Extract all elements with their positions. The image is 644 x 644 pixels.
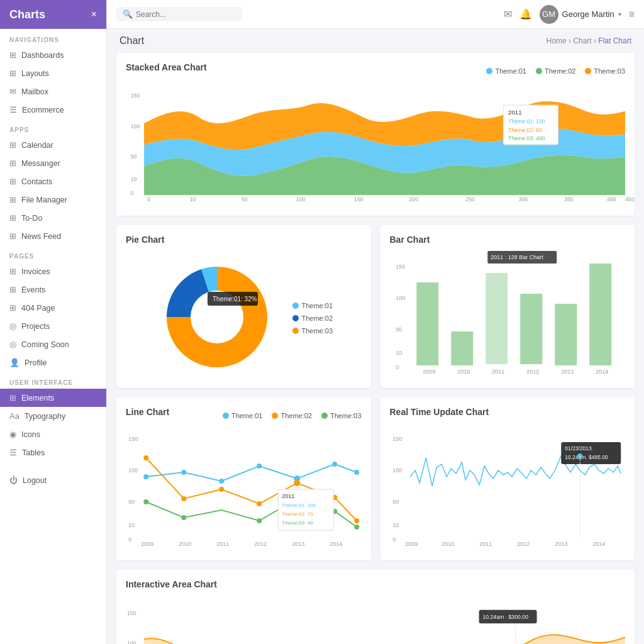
topbar-right: ✉ 🔔 GM George Martin ▾ ≡ [504, 5, 635, 24]
mailbox-icon: ✉ [9, 87, 16, 96]
tooltip-year: 2011 [508, 109, 522, 116]
sidebar-item-contacts[interactable]: ⊞Contacts [0, 172, 106, 191]
line-x-2012: 2012 [254, 541, 267, 547]
bell-icon[interactable]: 🔔 [519, 8, 532, 20]
hamburger-icon[interactable]: ≡ [629, 9, 635, 20]
ecommerce-icon: ☰ [9, 105, 17, 114]
line-point-02-3 [219, 487, 224, 492]
ia-tooltip: 10.24am · $300.00 [479, 610, 537, 623]
sidebar-item-tables[interactable]: ☰Tables [0, 443, 106, 462]
sidebar-item-icons[interactable]: ◉Icons [0, 425, 106, 443]
pie-dot-theme01 [292, 303, 299, 309]
realtime-chart-title: Real Time Update Chart [390, 407, 489, 417]
breadcrumb-home[interactable]: Home [547, 36, 567, 45]
sidebar-item-ecommerce[interactable]: ☰Ecommerce [0, 101, 106, 119]
line-tooltip-t01: Theme:01: 100 [282, 502, 316, 508]
search-icon: 🔍 [123, 9, 133, 19]
mail-icon[interactable]: ✉ [504, 8, 512, 20]
sidebar-item-calendar[interactable]: ⊞Calendar [0, 136, 106, 154]
sidebar-item-typography[interactable]: AaTypography [0, 407, 106, 425]
line-point-02-1 [143, 455, 148, 460]
user-menu[interactable]: GM George Martin ▾ [540, 5, 621, 24]
line-point-01-4 [257, 464, 262, 469]
pie-tooltip-text: Theme:01: 32% [213, 296, 257, 303]
x-label-300: 300 [519, 196, 528, 203]
apps-section-label: APPS [0, 119, 106, 136]
pie-tooltip: Theme:01: 32% [208, 292, 258, 306]
sidebar-item-filemanager[interactable]: ⊞File Manager [0, 191, 106, 209]
line-point-01-7 [354, 470, 359, 475]
line-point-02-4 [257, 501, 262, 506]
line-point-01-1 [143, 474, 148, 479]
line-y-100: 100 [128, 467, 138, 474]
legend-dot-theme02 [536, 68, 542, 74]
sidebar-item-dashboards[interactable]: ⊞Dashboards [0, 46, 106, 64]
logout-button[interactable]: ⏻ Logout [9, 471, 97, 489]
pie-svg: Theme:01: 32% [154, 257, 280, 377]
line-tooltip-t03: Theme:03: 46 [282, 520, 313, 526]
stacked-area-chart-card: Stacked Area Chart Theme:01 Theme:02 The… [116, 53, 635, 216]
pie-legend-theme02: Theme:02 [292, 314, 333, 322]
bar-2014 [589, 264, 611, 365]
bar-chart-header: Bar Chart [390, 235, 626, 252]
sidebar: Charts × NAVIGATIONS ⊞Dashboards ⊞Layout… [0, 0, 107, 644]
x-label-400: 400 [607, 196, 616, 203]
sidebar-item-projects[interactable]: ◎Projects [0, 317, 106, 335]
invoices-icon: ⊞ [9, 267, 16, 276]
line-point-03-2 [181, 515, 186, 520]
sidebar-item-404[interactable]: ⊞404 Page [0, 299, 106, 317]
sidebar-item-messanger[interactable]: ⊞Messanger [0, 154, 106, 172]
line-point-02-2 [181, 496, 186, 501]
pie-chart-title: Pie Chart [126, 235, 164, 245]
projects-icon: ◎ [9, 321, 16, 331]
realtime-tooltip: 01/23/2013 10.24am. $485.00 [561, 442, 621, 464]
line-legend: Theme:01 Theme:02 Theme:03 [223, 412, 362, 419]
stacked-area-legend: Theme:01 Theme:02 Theme:03 [486, 67, 625, 75]
calendar-icon: ⊞ [9, 140, 16, 150]
sidebar-item-layouts[interactable]: ⊞Layouts [0, 64, 106, 82]
sidebar-item-todo[interactable]: ⊞To-Do [0, 209, 106, 227]
x-label-250: 250 [465, 196, 475, 203]
line-y-50: 50 [128, 499, 135, 505]
typography-icon: Aa [9, 411, 19, 421]
y-label-150: 150 [131, 92, 140, 99]
avatar: GM [540, 5, 558, 24]
pie-chart-card: Pie Chart [116, 225, 371, 388]
line-y-10: 10 [128, 522, 135, 528]
sidebar-item-comingsoon[interactable]: ◎Coming Soon [0, 335, 106, 353]
search-input[interactable] [136, 10, 236, 19]
line-legend-theme03: Theme:03 [321, 412, 362, 419]
line-chart-title: Line Chart [126, 407, 169, 417]
nav-section-label: NAVIGATIONS [0, 29, 106, 46]
line-x-2009: 2009 [141, 541, 153, 547]
sidebar-item-newsfeed[interactable]: ⊞News Feed [0, 227, 106, 245]
sidebar-item-profile[interactable]: 👤Profile [0, 353, 106, 372]
sidebar-item-mailbox[interactable]: ✉Mailbox [0, 82, 106, 101]
sidebar-item-invoices[interactable]: ⊞Invoices [0, 262, 106, 280]
interactive-area-chart-title: Interactive Area Chart [126, 579, 217, 589]
sidebar-item-events[interactable]: ⊞Events [0, 280, 106, 299]
x-label-10: 10 [190, 196, 196, 203]
realtime-chart-card: Real Time Update Chart 150 100 50 10 0 2… [380, 397, 635, 560]
stacked-area-chart-title: Stacked Area Chart [126, 62, 207, 72]
y-label-0: 0 [131, 190, 134, 196]
legend-theme02: Theme:02 [536, 67, 576, 75]
breadcrumb-chart[interactable]: Chart [573, 36, 591, 45]
line-x-2013: 2013 [292, 541, 304, 547]
line-point-01-6 [332, 462, 337, 467]
content: Stacked Area Chart Theme:01 Theme:02 The… [107, 53, 644, 644]
contacts-icon: ⊞ [9, 177, 16, 186]
rt-x-2012: 2012 [517, 541, 530, 547]
sidebar-item-elements[interactable]: ⊞Elements [0, 389, 106, 407]
dashboard-icon: ⊞ [9, 50, 16, 60]
ui-section: USER INTERFACE ⊞Elements AaTypography ◉I… [0, 372, 106, 462]
main-content: 🔍 ✉ 🔔 GM George Martin ▾ ≡ Chart Home › … [107, 0, 644, 644]
tables-icon: ☰ [9, 448, 17, 457]
bar-y-0: 0 [396, 364, 399, 370]
breadcrumb: Home › Chart › Flat Chart [547, 36, 631, 45]
rt-x-2013: 2013 [555, 541, 567, 547]
line-dot-03 [321, 413, 328, 419]
search-box[interactable]: 🔍 [116, 7, 242, 21]
sidebar-close-button[interactable]: × [91, 9, 97, 20]
breadcrumb-current: Flat Chart [598, 36, 631, 45]
